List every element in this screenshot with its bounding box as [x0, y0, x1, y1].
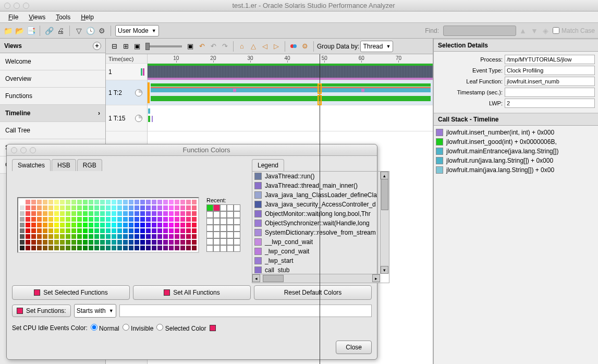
radio-invisible[interactable]: Invisible: [123, 324, 154, 332]
link-icon[interactable]: 🔗: [44, 26, 54, 35]
legend-item[interactable]: _lwp_cond_wait: [252, 247, 389, 256]
zoom-slider[interactable]: [145, 45, 182, 47]
legend-item[interactable]: ObjectSynchronizer::wait(Handle,long: [252, 219, 389, 228]
zoom-in-v-icon[interactable]: ⊞: [120, 41, 131, 52]
scroll-down-icon[interactable]: ▾: [381, 266, 388, 274]
legend-item[interactable]: JavaThread::thread_main_inner(): [252, 181, 389, 190]
gear-icon[interactable]: ⚙: [97, 26, 106, 35]
color-icon[interactable]: [288, 41, 299, 52]
scroll-left-icon[interactable]: ◂: [252, 274, 260, 282]
add-view-button[interactable]: +: [93, 42, 101, 50]
filter-icon[interactable]: ▽: [74, 26, 83, 35]
set-functions-button[interactable]: Set Functions:: [12, 305, 71, 317]
stack-frame[interactable]: jlowfruit.run(java.lang.String[]) + 0x00…: [436, 156, 596, 165]
menu-views[interactable]: Views: [25, 13, 50, 22]
stack-frame[interactable]: jlowfruit.main(java.lang.String[]) + 0x0…: [436, 165, 596, 175]
axis-tick: 50: [322, 55, 327, 61]
close-button[interactable]: Close: [336, 341, 372, 354]
match-case-checkbox[interactable]: [553, 27, 559, 34]
end-icon[interactable]: △: [248, 41, 259, 52]
scroll-right-icon[interactable]: ▸: [372, 274, 380, 282]
axis-tick: 70: [396, 55, 401, 61]
scroll-thumb[interactable]: [263, 275, 284, 282]
stack-text: jlowfruit.run(java.lang.String[]) + 0x00…: [446, 157, 553, 164]
fit-icon[interactable]: ▣: [185, 41, 196, 52]
recent-colors-grid[interactable]: [206, 204, 240, 252]
menu-file[interactable]: File: [4, 13, 22, 22]
radio-normal[interactable]: Normal: [91, 324, 119, 332]
legend-item[interactable]: call_stub: [252, 265, 389, 273]
scrollbar-h[interactable]: ◂ ▸: [252, 274, 380, 283]
stack-frame[interactable]: jlowfruit.insert_good(int) + 0x0000006B,: [436, 137, 596, 147]
match-mode-combobox[interactable]: Starts with ▼: [74, 304, 116, 318]
tab-rgb[interactable]: RGB: [77, 159, 102, 171]
view-item-welcome[interactable]: Welcome: [0, 53, 105, 70]
details-tab[interactable]: Selection Details: [434, 39, 598, 52]
step-fwd-icon[interactable]: ▷: [271, 41, 282, 52]
settings-icon[interactable]: 🕓: [86, 26, 95, 35]
zoom-lock-icon[interactable]: ▣: [132, 41, 142, 52]
timeline-row-label[interactable]: 1: [106, 64, 147, 80]
legend-item[interactable]: Java_java_security_AccessController_d: [252, 200, 389, 209]
legend-item[interactable]: SystemDictionary::resolve_from_stream: [252, 228, 389, 237]
dialog-close-button[interactable]: [11, 147, 17, 153]
zoom-window-button[interactable]: [23, 3, 29, 9]
legend-item[interactable]: _lwp_start: [252, 256, 389, 265]
find-highlight-icon[interactable]: ◈: [541, 26, 551, 35]
stack-frame[interactable]: jlowfruit.insert_number(int, int) + 0x00…: [436, 128, 596, 137]
redo-icon[interactable]: ↷: [219, 41, 230, 52]
function-filter-input[interactable]: [119, 305, 372, 317]
find-prev-icon[interactable]: ▲: [518, 26, 528, 35]
callstack-tab[interactable]: Call Stack - Timeline: [434, 113, 598, 126]
aggregate-icon[interactable]: 📑: [26, 26, 35, 35]
find-next-icon[interactable]: ▼: [530, 26, 539, 35]
set-all-button[interactable]: Set All Functions: [133, 285, 251, 300]
close-window-button[interactable]: [4, 3, 10, 9]
step-back-icon[interactable]: ◁: [260, 41, 270, 52]
undo-icon[interactable]: ↶: [208, 41, 218, 52]
minimize-window-button[interactable]: [14, 3, 20, 9]
tab-legend[interactable]: Legend: [252, 159, 284, 171]
mode-combobox[interactable]: User Mode ▼: [115, 25, 159, 37]
legend-item[interactable]: Java_java_lang_ClassLoader_defineCla: [252, 190, 389, 200]
settings-tl-icon[interactable]: ⚙: [300, 41, 310, 52]
lwp-field[interactable]: [505, 99, 595, 108]
legend-item[interactable]: ObjectMonitor::wait(long long,bool,Thr: [252, 209, 389, 219]
compare-icon[interactable]: 📂: [15, 26, 24, 35]
home-icon[interactable]: ⌂: [237, 41, 247, 52]
process-field[interactable]: [505, 55, 595, 64]
find-input[interactable]: [443, 26, 516, 36]
tab-hsb[interactable]: HSB: [52, 159, 76, 171]
tab-swatches[interactable]: Swatches: [12, 159, 51, 171]
radio-selected-color[interactable]: Selected Color: [156, 324, 206, 332]
group-label: Group Data by:: [317, 43, 359, 50]
color-swatch-grid[interactable]: [17, 197, 199, 253]
stack-frame[interactable]: jlowfruit.mainEntrance(java.lang.String[…: [436, 147, 596, 156]
menu-help[interactable]: Help: [77, 13, 98, 22]
legend-item[interactable]: JavaThread::run(): [252, 172, 389, 181]
view-item-timeline[interactable]: Timeline ›: [0, 105, 105, 122]
dialog-min-button[interactable]: [20, 147, 27, 153]
leaf-function-field[interactable]: [505, 77, 595, 86]
timestamp-field[interactable]: [505, 88, 595, 97]
print-icon[interactable]: 🖨: [56, 26, 65, 35]
view-item-overview[interactable]: Overview: [0, 70, 105, 88]
group-combobox[interactable]: Thread ▼: [360, 41, 393, 52]
view-item-calltree[interactable]: Call Tree: [0, 122, 105, 139]
menu-tools[interactable]: Tools: [52, 13, 75, 22]
timeline-row-label[interactable]: 1 T:2: [106, 80, 147, 105]
reset-icon[interactable]: ↶: [197, 41, 207, 52]
timeline-row-label[interactable]: 1 T:15: [106, 105, 147, 131]
legend-item[interactable]: __lwp_cond_wait: [252, 237, 389, 247]
zoom-out-v-icon[interactable]: ⊟: [109, 41, 119, 52]
set-selected-button[interactable]: Set Selected Functions: [12, 285, 130, 300]
dialog-zoom-button[interactable]: [30, 147, 36, 153]
event-type-field[interactable]: [505, 66, 595, 75]
scroll-thumb[interactable]: [381, 179, 388, 210]
open-experiment-icon[interactable]: 📁: [3, 26, 13, 35]
view-item-functions[interactable]: Functions: [0, 88, 105, 105]
legscrollbar-v[interactable]: ▴ ▾: [380, 172, 389, 274]
scroll-up-icon[interactable]: ▴: [381, 172, 388, 179]
reset-colors-button[interactable]: Reset Default Colors: [254, 285, 372, 300]
function-colors-dialog: Function Colors Swatches HSB RGB Recent:: [6, 144, 377, 360]
